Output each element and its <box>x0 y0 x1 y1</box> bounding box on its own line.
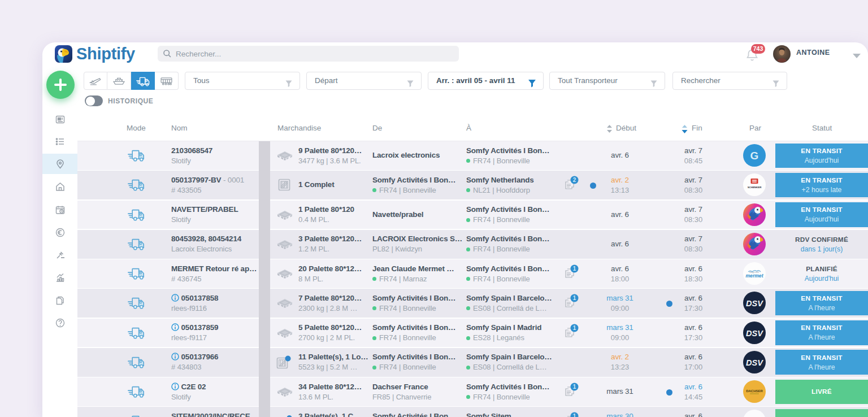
svg-text:1: 1 <box>573 384 576 390</box>
svg-text:1: 1 <box>573 413 576 417</box>
svg-text:SCHENKER: SCHENKER <box>748 186 762 189</box>
svg-text:DSV: DSV <box>746 328 763 337</box>
svg-text:1: 1 <box>573 325 576 331</box>
svg-text:mermet: mermet <box>745 273 763 279</box>
svg-text:2: 2 <box>573 177 576 183</box>
svg-text:DSV: DSV <box>746 358 763 367</box>
svg-text:DSV: DSV <box>746 299 763 308</box>
svg-text:G: G <box>750 150 759 162</box>
svg-text:DACHSER: DACHSER <box>746 389 763 393</box>
svg-text:1: 1 <box>573 295 576 301</box>
svg-text:1: 1 <box>573 266 576 272</box>
